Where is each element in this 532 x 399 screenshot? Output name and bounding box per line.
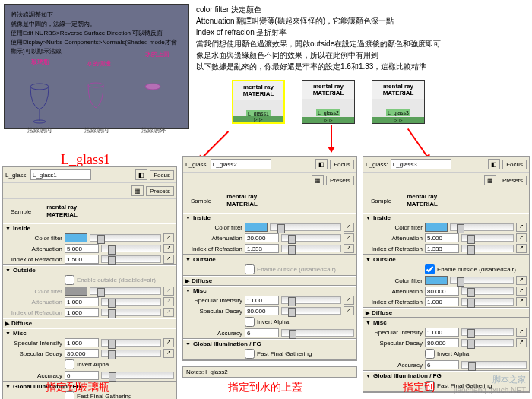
acc-input[interactable] — [425, 360, 459, 369]
bottom-label-2: 指定到水的上蓋 — [228, 381, 302, 394]
ref-line1: 將法線調整如下 — [11, 11, 182, 20]
map-icon[interactable]: ↗ — [163, 255, 174, 264]
attenuation-input[interactable] — [65, 244, 99, 253]
ior-input[interactable] — [425, 244, 459, 253]
si-input[interactable] — [245, 296, 279, 305]
glass-name-input[interactable] — [30, 169, 91, 180]
gi-header[interactable]: ▼Global Illumination / FG — [183, 340, 356, 348]
desc-l4: 當我們想使用顏色過渡效果，開啟outside在設定過渡後的顏色和強度即可 — [196, 38, 529, 49]
o-cf-swatch[interactable] — [425, 276, 448, 285]
misc-header[interactable]: ▼Misc — [3, 329, 176, 337]
inside-header[interactable]: ▼Inside — [183, 214, 356, 222]
enable-outside-check[interactable] — [245, 264, 255, 274]
attribute-panel-1: L_glass: ◧ Focus ▦ Presets Sample mental… — [2, 166, 177, 399]
acc-input[interactable] — [65, 371, 99, 380]
o-ior-input[interactable] — [425, 297, 459, 306]
focus-button[interactable]: Focus — [502, 160, 527, 169]
ior-input[interactable] — [245, 244, 279, 253]
glass-3-label: 法線朝外 — [141, 126, 166, 135]
si-input[interactable] — [425, 328, 459, 337]
material-nodes: mental rayMATERIAL L_glass1 ▷ ▷ mental r… — [232, 80, 425, 124]
outside-header[interactable]: ▼Outside — [3, 266, 176, 274]
sd-input[interactable] — [425, 338, 459, 347]
desc-l5: 像是水面與邊緣顏色不同的效果，所以在此例中有用到 — [196, 49, 529, 61]
glass-1-label: 法線朝內 — [27, 126, 52, 135]
glass-illustrations: 法線朝內 法線朝內 法線朝外 — [11, 79, 182, 135]
node-io: ▷ ▷ — [372, 117, 424, 123]
material-node-3[interactable]: mental rayMATERIAL L_glass3 ▷ ▷ — [372, 80, 425, 124]
ior-input[interactable] — [65, 255, 99, 264]
glass-name-input[interactable] — [391, 159, 451, 169]
pink-label-left: 玻璃瓶 — [31, 58, 49, 66]
misc-header[interactable]: ▼Misc — [183, 287, 356, 295]
enable-outside-check[interactable] — [425, 264, 435, 274]
collapse-icon: ▼ — [5, 331, 11, 336]
map-icon[interactable]: ↗ — [163, 349, 174, 358]
acc-input[interactable] — [245, 328, 279, 337]
diffuse-header[interactable]: ▶Diffuse — [363, 309, 529, 317]
map-icon[interactable]: ↗ — [163, 297, 174, 306]
presets-button[interactable]: Presets — [146, 186, 174, 196]
arrow-2 — [331, 125, 332, 152]
svg-point-4 — [145, 84, 160, 90]
focus-button[interactable]: Focus — [330, 160, 354, 169]
cf-swatch[interactable] — [425, 223, 448, 232]
ior-slider[interactable] — [101, 255, 161, 263]
color-filter-swatch[interactable] — [65, 233, 87, 242]
desc-l2: Attenuation 翻譯叫變薄(聽起來怪怪的)，它能讓顏色深一點 — [196, 15, 529, 27]
material-node-1[interactable]: mental rayMATERIAL L_glass1 ▷ ▷ — [232, 80, 285, 124]
invert-alpha-check[interactable] — [65, 359, 74, 369]
pink-label-right: 水的上面 — [145, 50, 169, 59]
panel-header: L_glass: ◧ Focus — [3, 167, 176, 183]
map-icon[interactable]: ↗ — [163, 233, 174, 242]
nav-icon[interactable]: ◧ — [135, 169, 147, 180]
sd-input[interactable] — [245, 306, 279, 315]
invert-alpha-check[interactable] — [245, 317, 255, 327]
misc-header[interactable]: ▼Misc — [363, 318, 529, 327]
outside-header[interactable]: ▼Outside — [183, 255, 356, 264]
att-input[interactable] — [245, 233, 279, 242]
water-top-icon — [141, 79, 164, 125]
collapse-icon: ▼ — [5, 384, 11, 389]
inside-header[interactable]: ▼Inside — [363, 214, 529, 222]
presets-row: ▦ Presets — [3, 183, 176, 199]
sd-input[interactable] — [65, 349, 99, 358]
enable-outside-check[interactable] — [65, 275, 74, 285]
ffg-check[interactable] — [245, 349, 255, 359]
svg-point-0 — [30, 84, 49, 90]
description-text: color filter 決定顏色 Attenuation 翻譯叫變薄(聽起來怪… — [196, 4, 529, 72]
diffuse-header[interactable]: ▶Diffuse — [183, 277, 356, 285]
wineglass-icon — [27, 79, 52, 125]
nav-icon[interactable]: ◧ — [315, 159, 328, 169]
att-input[interactable] — [425, 233, 459, 242]
nav-icon[interactable]: ◧ — [488, 159, 500, 169]
diffuse-header[interactable]: ▶Diffuse — [3, 319, 176, 328]
map-icon[interactable]: ↗ — [163, 287, 174, 296]
attribute-panel-2: L_glass:◧Focus ▦Presets Samplemental ray… — [182, 156, 357, 361]
presets-button[interactable]: Presets — [326, 176, 354, 185]
glass-label: L_glass: — [5, 172, 28, 179]
pink-label-mid: 水的側邊 — [87, 59, 111, 68]
glass-name-input[interactable] — [211, 159, 271, 169]
att-slider[interactable] — [101, 245, 161, 252]
preset-icon[interactable]: ▦ — [484, 175, 496, 185]
invert-alpha-check[interactable] — [425, 349, 435, 359]
o-cf-slider — [90, 287, 161, 295]
preset-icon[interactable]: ▦ — [312, 175, 324, 185]
map-icon[interactable]: ↗ — [163, 338, 174, 347]
outside-header[interactable]: ▼Outside — [363, 255, 529, 264]
map-icon[interactable]: ↗ — [163, 308, 174, 317]
si-input[interactable] — [65, 338, 99, 347]
glass-3: 法線朝外 — [141, 79, 166, 135]
o-cf-swatch — [65, 287, 87, 296]
o-att-input[interactable] — [425, 287, 459, 296]
inside-header[interactable]: ▼Inside — [3, 224, 176, 233]
cf-slider[interactable] — [90, 234, 161, 242]
preset-icon[interactable]: ▦ — [131, 185, 144, 196]
focus-button[interactable]: Focus — [150, 170, 174, 180]
material-node-2[interactable]: mental rayMATERIAL L_glass2 ▷ ▷ — [302, 80, 355, 124]
glass-2: 法線朝內 — [84, 79, 109, 135]
presets-button[interactable]: Presets — [499, 176, 527, 185]
map-icon[interactable]: ↗ — [163, 244, 174, 253]
cf-swatch[interactable] — [245, 223, 268, 232]
